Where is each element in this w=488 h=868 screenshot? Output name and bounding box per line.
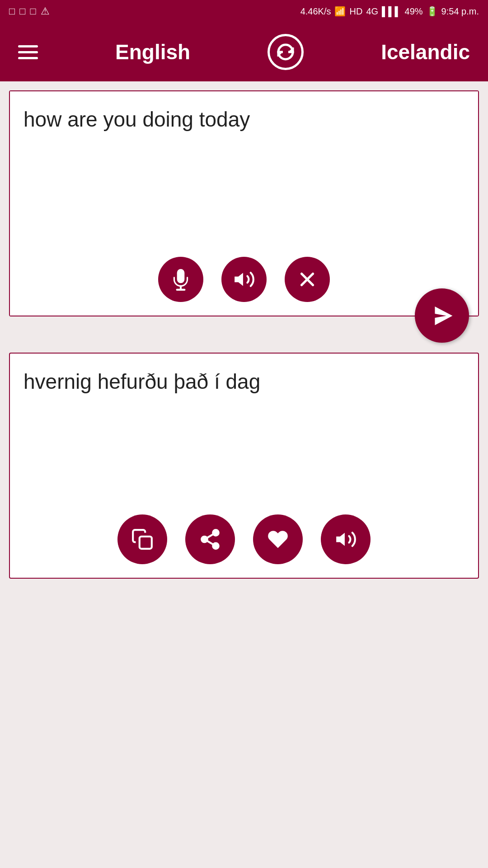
swap-languages-button[interactable] xyxy=(267,34,304,70)
panels-wrapper: how are you doing today xyxy=(0,81,488,868)
svg-line-11 xyxy=(207,534,213,538)
app-header: English Icelandic xyxy=(0,23,488,81)
share-button[interactable] xyxy=(185,514,235,564)
favorite-button[interactable] xyxy=(253,514,303,564)
source-language-label[interactable]: English xyxy=(115,40,190,64)
main-content: how are you doing today xyxy=(0,81,488,868)
speak-output-button[interactable] xyxy=(321,514,371,564)
speak-input-button[interactable] xyxy=(221,257,267,302)
output-panel: hvernig hefurðu það í dag xyxy=(9,353,479,579)
svg-line-10 xyxy=(207,541,213,544)
menu-button[interactable] xyxy=(18,45,38,59)
clock: 9:54 p.m. xyxy=(441,6,479,17)
target-language-label[interactable]: Icelandic xyxy=(381,40,470,64)
network-speed: 4.46K/s xyxy=(300,6,331,17)
clear-input-button[interactable] xyxy=(285,257,330,302)
status-bar-left: □ □ □ ⚠ xyxy=(9,5,50,17)
status-bar: □ □ □ ⚠ 4.46K/s 📶 HD 4G ▌▌▌ 49% 🔋 9:54 p… xyxy=(0,0,488,23)
svg-marker-12 xyxy=(336,533,345,546)
signal-badge: 4G xyxy=(366,6,378,17)
translate-button[interactable] xyxy=(415,288,469,343)
wifi-icon: 📶 xyxy=(334,6,346,17)
image-icon: □ xyxy=(30,5,36,17)
battery-level: 49% xyxy=(405,6,423,17)
signal-bars: ▌▌▌ xyxy=(382,6,401,17)
svg-point-9 xyxy=(213,543,219,549)
svg-rect-6 xyxy=(140,537,152,549)
message-icon: □ xyxy=(19,5,25,17)
warning-icon: ⚠ xyxy=(41,5,50,17)
output-actions xyxy=(10,510,478,569)
whatsapp-icon: □ xyxy=(9,5,15,17)
battery-icon: 🔋 xyxy=(427,6,438,17)
svg-point-8 xyxy=(202,537,207,542)
svg-point-7 xyxy=(213,530,219,536)
input-actions xyxy=(10,252,478,307)
svg-marker-2 xyxy=(235,273,243,286)
hd-badge: HD xyxy=(349,6,362,17)
input-panel: how are you doing today xyxy=(9,90,479,316)
microphone-button[interactable] xyxy=(158,257,203,302)
svg-marker-5 xyxy=(435,306,452,325)
status-bar-right: 4.46K/s 📶 HD 4G ▌▌▌ 49% 🔋 9:54 p.m. xyxy=(300,6,479,17)
copy-button[interactable] xyxy=(117,514,167,564)
